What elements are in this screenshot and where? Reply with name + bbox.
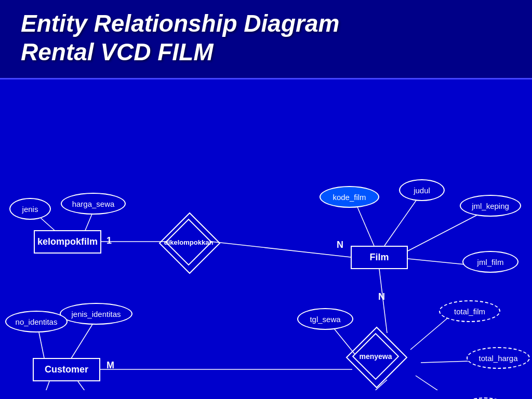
cardinality-M: M bbox=[107, 360, 114, 371]
attr-tgl-sewa: tgl_sewa bbox=[297, 308, 353, 330]
svg-line-3 bbox=[211, 242, 351, 257]
entity-kelompokfilm: kelompokfilm bbox=[34, 230, 101, 254]
attr-no-identitas: no_identitas bbox=[5, 311, 68, 332]
svg-line-12 bbox=[78, 381, 104, 390]
svg-line-15 bbox=[410, 314, 452, 350]
attr-jenis-identitas-label: jenis_identitas bbox=[71, 310, 121, 318]
cardinality-N2: N bbox=[378, 291, 385, 302]
cardinality-M-label: M bbox=[107, 360, 114, 370]
relationship-menyewa-label: menyewa bbox=[359, 352, 392, 361]
attr-harga-sewa: harga_sewa bbox=[61, 193, 126, 215]
entity-film-label: Film bbox=[369, 252, 389, 263]
svg-line-10 bbox=[39, 332, 44, 358]
attr-tgl-sewa-label: tgl_sewa bbox=[310, 315, 340, 324]
entity-kelompokfilm-label: kelompokfilm bbox=[37, 236, 98, 247]
attr-jml-keping-label: jml_keping bbox=[472, 202, 509, 210]
relationship-menyewa: menyewa bbox=[352, 333, 399, 380]
attr-jenis: jenis bbox=[9, 198, 51, 220]
cardinality-N2-label: N bbox=[378, 291, 385, 302]
title-area: Entity Relationship Diagram Rental VCD F… bbox=[0, 0, 532, 79]
attr-kode-film: kode_film bbox=[320, 186, 379, 208]
relationship-dikelompokkan-label: dikelompokkan bbox=[164, 238, 214, 246]
attr-jenis-label: jenis bbox=[22, 205, 38, 214]
attr-no-identitas-label: no_identitas bbox=[16, 317, 58, 326]
attr-jml-film-label: jml_film bbox=[477, 258, 504, 267]
relationship-dikelompokkan: dikelompokkan bbox=[165, 219, 212, 265]
entity-film: Film bbox=[351, 246, 408, 269]
diagram-area: dikelompokkan menyewa kelompokfilm Film … bbox=[0, 79, 532, 390]
svg-line-16 bbox=[421, 361, 470, 363]
entity-customer-label: Customer bbox=[45, 364, 88, 375]
attr-total-harga: total_harga bbox=[467, 347, 530, 369]
attr-harga-sewa-label: harga_sewa bbox=[72, 200, 115, 208]
page-title: Entity Relationship Diagram Rental VCD F… bbox=[21, 9, 511, 66]
svg-line-11 bbox=[36, 381, 49, 390]
attr-jenis-identitas: jenis_identitas bbox=[60, 303, 132, 325]
cardinality-N1: N bbox=[337, 240, 343, 250]
title-line2: Rental VCD FILM bbox=[21, 38, 214, 65]
cardinality-1-label: 1 bbox=[107, 235, 112, 246]
attr-total-harga-label: total_harga bbox=[478, 354, 517, 363]
title-line1: Entity Relationship Diagram bbox=[21, 10, 339, 37]
attr-jml-keping: jml_keping bbox=[460, 195, 521, 217]
cardinality-N1-label: N bbox=[337, 240, 343, 250]
attr-judul: judul bbox=[399, 179, 445, 201]
entity-customer: Customer bbox=[33, 358, 100, 381]
attr-kode-film-label: kode_film bbox=[332, 193, 366, 202]
attr-total-film: total_film bbox=[439, 300, 500, 322]
svg-line-17 bbox=[416, 376, 468, 390]
svg-line-7 bbox=[408, 259, 465, 264]
attr-jml-film: jml_film bbox=[462, 251, 518, 273]
attr-total-film-label: total_film bbox=[454, 307, 485, 316]
cardinality-1: 1 bbox=[107, 235, 112, 246]
attr-judul-label: judul bbox=[414, 186, 430, 195]
